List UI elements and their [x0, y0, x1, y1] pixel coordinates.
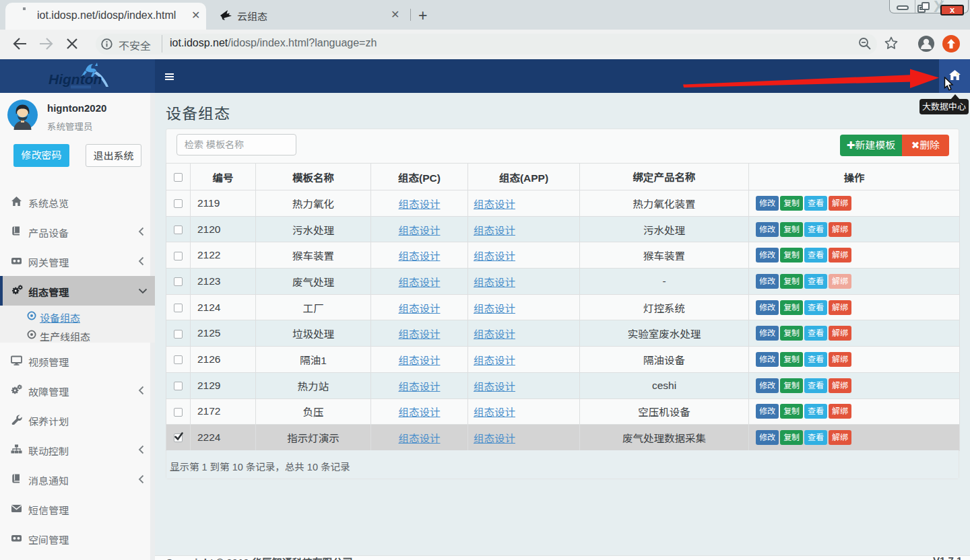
- svg-text:Hignton: Hignton: [48, 71, 102, 87]
